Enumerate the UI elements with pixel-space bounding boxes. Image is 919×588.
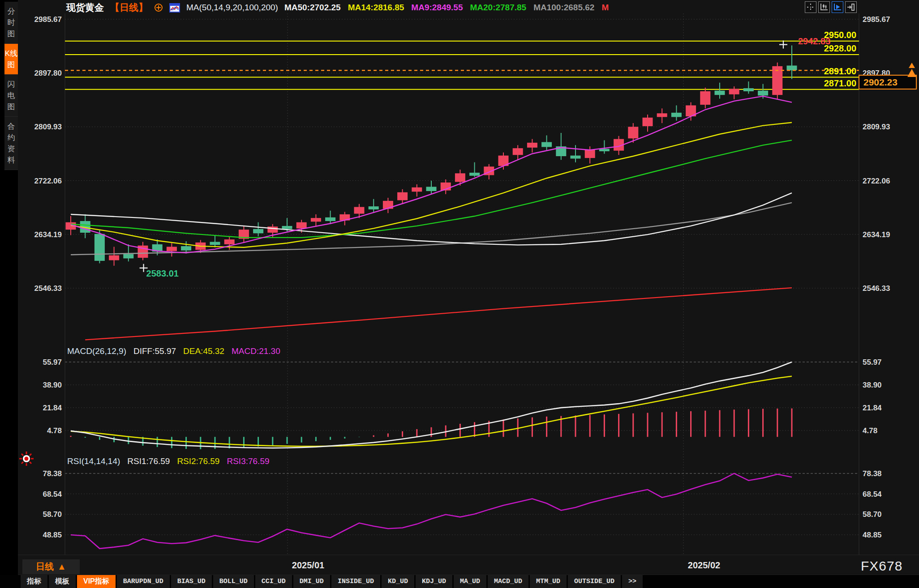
indicator-tab-kdjud[interactable]: KDJ_UD	[416, 575, 452, 588]
period-selector[interactable]: 日线 ▲	[22, 559, 80, 574]
period-tag: 【日线】	[110, 1, 148, 14]
svg-text:2891.00: 2891.00	[824, 66, 856, 76]
svg-text:55.97: 55.97	[43, 358, 62, 366]
indicator-tab-insideud[interactable]: INSIDE_UD	[331, 575, 380, 588]
indicator-tab-[interactable]: >>	[622, 575, 643, 588]
rsi3-value: RSI3:76.59	[227, 456, 269, 466]
macd-diff-value: DIFF:55.97	[133, 346, 176, 356]
macd-title: MACD(26,12,9)	[67, 346, 126, 356]
indicator-tab-maud[interactable]: MA_UD	[454, 575, 486, 588]
svg-text:2942.83: 2942.83	[798, 36, 830, 46]
ma-value: MA14:2816.85	[348, 3, 404, 13]
sidebar: 分时图K线图闪电图合约资料	[0, 0, 18, 588]
sidebar-tab-4[interactable]: 合约资料	[4, 117, 18, 170]
candle-axis-button[interactable]	[818, 1, 830, 13]
svg-text:58.70: 58.70	[43, 510, 62, 519]
macd-dea-value: DEA:45.32	[183, 346, 224, 356]
svg-text:2546.33: 2546.33	[34, 284, 62, 293]
macd-macd-value: MACD:21.30	[232, 346, 280, 356]
svg-text:4.78: 4.78	[47, 426, 62, 435]
time-axis-label: 2025/02	[688, 560, 720, 571]
indicator-tab-biasud[interactable]: BIAS_UD	[171, 575, 212, 588]
svg-text:78.38: 78.38	[43, 469, 62, 478]
rsi-header: RSI(14,14,14) RSI1:76.59 RSI2:76.59 RSI3…	[67, 456, 270, 466]
svg-text:48.85: 48.85	[43, 531, 62, 539]
chart-thumbnail-icon[interactable]	[169, 3, 180, 13]
indicator-tab-cciud[interactable]: CCI_UD	[255, 575, 292, 588]
pan-tool-button[interactable]	[805, 1, 816, 13]
symbol-name: 现货黄金	[66, 1, 104, 14]
scroll-latest-button[interactable]	[906, 60, 918, 81]
svg-text:68.54: 68.54	[863, 490, 882, 499]
indicator-tab-barupdnud[interactable]: BARUPDN_UD	[117, 575, 170, 588]
svg-text:2809.93: 2809.93	[34, 123, 62, 131]
svg-text:38.90: 38.90	[43, 381, 62, 389]
ma-value: MA20:2787.85	[470, 3, 526, 13]
svg-text:2722.06: 2722.06	[34, 177, 62, 185]
indicator-tab-bar: 指标模板VIP指标BARUPDN_UDBIAS_UDBOLL_UDCCI_UDD…	[0, 575, 919, 588]
exit-axis-button[interactable]	[845, 1, 857, 13]
svg-text:2809.93: 2809.93	[863, 123, 890, 131]
svg-text:48.85: 48.85	[863, 531, 882, 539]
sidebar-tab-1[interactable]: 分时图	[4, 2, 18, 44]
rsi-title: RSI(14,14,14)	[67, 456, 120, 466]
indicator-tab-outsideud[interactable]: OUTSIDE_UD	[568, 575, 621, 588]
svg-text:68.54: 68.54	[43, 490, 62, 499]
period-up-arrow-icon: ▲	[57, 562, 66, 572]
svg-text:2871.00: 2871.00	[824, 78, 856, 88]
macd-header: MACD(26,12,9) DIFF:55.97 DEA:45.32 MACD:…	[67, 346, 280, 356]
svg-text:2634.19: 2634.19	[34, 230, 62, 239]
svg-text:21.84: 21.84	[43, 404, 62, 412]
svg-text:55.97: 55.97	[863, 358, 882, 366]
indicator-tab-mtmud[interactable]: MTM_UD	[530, 575, 567, 588]
indicator-tab-kdud[interactable]: KD_UD	[382, 575, 414, 588]
rsi1-value: RSI1:76.59	[127, 456, 170, 466]
svg-text:2897.80: 2897.80	[34, 69, 62, 77]
ma-value: MA50:2702.25	[284, 3, 341, 13]
indicator-tab-[interactable]: 模板	[49, 575, 76, 588]
svg-text:21.84: 21.84	[863, 404, 882, 412]
svg-text:2583.01: 2583.01	[146, 268, 179, 278]
svg-text:2546.33: 2546.33	[863, 284, 890, 293]
live-indicator-icon	[19, 451, 34, 468]
svg-text:2985.67: 2985.67	[34, 15, 62, 24]
indicator-tab-vip[interactable]: VIP指标	[77, 575, 116, 588]
svg-text:2722.06: 2722.06	[863, 177, 890, 185]
toolbar	[805, 1, 857, 13]
svg-text:4.78: 4.78	[863, 426, 877, 435]
svg-text:58.70: 58.70	[863, 510, 882, 519]
chart-header: 现货黄金 【日线】 MA(50,14,9,20,100,200) MA50:27…	[66, 1, 609, 14]
play-axis-button[interactable]	[832, 1, 843, 13]
sidebar-tab-3[interactable]: 闪电图	[4, 75, 18, 117]
chart-canvas[interactable]: 2985.672985.672897.802897.802809.932809.…	[0, 0, 919, 588]
sidebar-tab-2[interactable]: K线图	[4, 44, 18, 75]
ma-value: MA9:2849.55	[411, 3, 463, 13]
brand-watermark: FX678	[861, 558, 902, 574]
period-label: 日线	[36, 561, 54, 573]
ma-values: MA50:2702.25MA14:2816.85MA9:2849.55MA20:…	[284, 3, 609, 13]
app-root: 2985.672985.672897.802897.802809.932809.…	[0, 0, 919, 588]
svg-text:2634.19: 2634.19	[863, 230, 890, 239]
svg-text:2985.67: 2985.67	[863, 15, 890, 24]
ma-settings: MA(50,14,9,20,100,200)	[186, 3, 278, 13]
svg-text:78.38: 78.38	[863, 469, 882, 478]
time-axis-label: 2025/01	[292, 560, 324, 571]
plus-circle-icon[interactable]	[154, 3, 163, 12]
indicator-tab-macdud[interactable]: MACD_UD	[488, 575, 528, 588]
indicator-tab-[interactable]: 指标	[21, 575, 47, 588]
svg-text:38.90: 38.90	[863, 381, 882, 389]
indicator-tab-bollud[interactable]: BOLL_UD	[213, 575, 254, 588]
ma-value: MA100:2685.62	[533, 3, 594, 13]
ma-value: M	[601, 3, 609, 13]
rsi2-value: RSI2:76.59	[177, 456, 219, 466]
indicator-tab-dmiud[interactable]: DMI_UD	[293, 575, 330, 588]
